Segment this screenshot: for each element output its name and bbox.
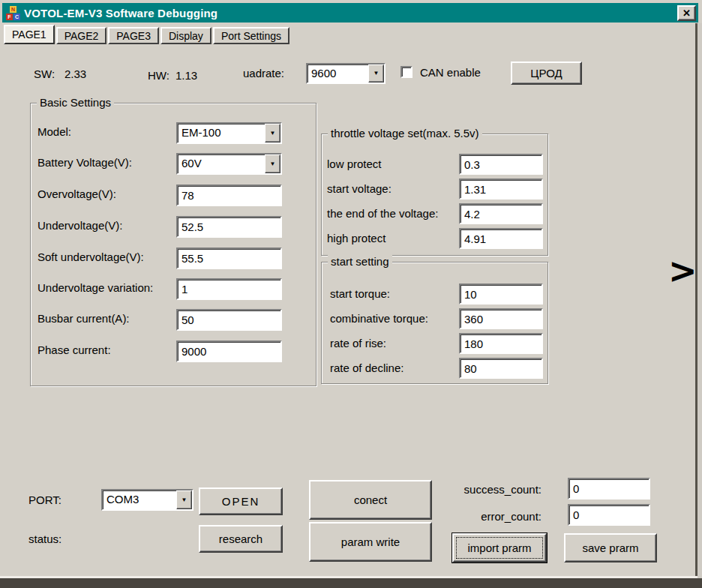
phase-current-label: Phase current: bbox=[38, 344, 111, 356]
end-of-voltage-label: the end of the voltage: bbox=[327, 207, 438, 220]
error-count-label: error_count: bbox=[448, 510, 542, 523]
rate-of-decline-label: rate of decline: bbox=[330, 362, 404, 374]
model-selected-value: EM-100 bbox=[178, 124, 265, 142]
throttle-voltage-title: throttle voltage set(max. 5.5v) bbox=[328, 127, 482, 140]
high-protect-label: high protect bbox=[327, 232, 386, 244]
research-button[interactable]: research bbox=[199, 525, 283, 553]
app-window: N F C VOTOL-EM-V3 Software Debugging ✕ P… bbox=[0, 0, 702, 588]
battery-voltage-select[interactable]: 60V ▼ bbox=[176, 153, 282, 175]
overvoltage-label: Overvoltage(V): bbox=[38, 188, 116, 200]
hw-label: HW: bbox=[148, 69, 170, 82]
param-write-button[interactable]: param write bbox=[309, 522, 432, 562]
port-label: PORT: bbox=[28, 494, 62, 506]
param-write-button-label: param write bbox=[341, 536, 400, 548]
tab-page1[interactable]: PAGE1 bbox=[4, 25, 55, 44]
port-dropdown-button[interactable]: ▼ bbox=[176, 490, 192, 509]
baudrate-label: uadrate: bbox=[243, 67, 284, 80]
battery-voltage-selected-value: 60V bbox=[178, 154, 265, 173]
tab-page2[interactable]: PAGE2 bbox=[56, 27, 107, 44]
app-icon-block-n: N bbox=[10, 6, 16, 13]
rate-of-rise-input[interactable] bbox=[459, 333, 543, 354]
soft-undervoltage-input[interactable] bbox=[176, 248, 282, 269]
combinative-torque-label: combinative torque: bbox=[330, 312, 428, 325]
save-param-button[interactable]: save prarm bbox=[564, 533, 657, 562]
app-icon-block-c: C bbox=[14, 14, 20, 20]
baudrate-select[interactable]: 9600 ▼ bbox=[306, 63, 386, 84]
undervoltage-variation-input[interactable] bbox=[176, 278, 282, 300]
connect-button-label: conect bbox=[354, 494, 387, 506]
error-count-input[interactable] bbox=[568, 504, 650, 526]
tab-port-settings[interactable]: Port Settings bbox=[213, 27, 290, 44]
app-icon: N F C bbox=[6, 6, 20, 20]
close-icon: ✕ bbox=[682, 8, 691, 19]
window-bottom-border bbox=[0, 578, 702, 588]
phase-current-input[interactable] bbox=[176, 340, 282, 362]
port-select[interactable]: COM3 ▼ bbox=[101, 489, 194, 511]
overvoltage-input[interactable] bbox=[176, 184, 282, 206]
combinative-torque-input[interactable] bbox=[459, 308, 543, 329]
open-button[interactable]: OPEN bbox=[199, 488, 283, 515]
baudrate-selected-value: 9600 bbox=[308, 64, 368, 82]
sw-value: 2.33 bbox=[64, 68, 86, 80]
expand-panel-button[interactable]: > bbox=[668, 254, 698, 288]
start-voltage-input[interactable] bbox=[459, 178, 543, 200]
low-protect-label: low protect bbox=[327, 158, 382, 170]
start-setting-title: start setting bbox=[328, 255, 392, 268]
crod-button[interactable]: ЦРОД bbox=[511, 62, 582, 85]
basic-settings-title: Basic Settings bbox=[37, 96, 114, 109]
save-param-button-label: save prarm bbox=[582, 542, 638, 554]
undervoltage-variation-label: Undervoltage variation: bbox=[38, 281, 153, 294]
titlebar: N F C VOTOL-EM-V3 Software Debugging ✕ bbox=[2, 3, 698, 22]
rate-of-decline-input[interactable] bbox=[459, 358, 543, 379]
port-selected-value: COM3 bbox=[103, 490, 176, 509]
battery-voltage-dropdown-button[interactable]: ▼ bbox=[265, 154, 280, 173]
window-right-margin bbox=[698, 23, 702, 578]
success-count-label: success_count: bbox=[448, 483, 542, 496]
success-count-input[interactable] bbox=[568, 478, 650, 500]
high-protect-input[interactable] bbox=[459, 228, 543, 249]
baudrate-dropdown-button[interactable]: ▼ bbox=[368, 64, 384, 82]
chevron-down-icon: ▼ bbox=[374, 70, 380, 76]
window-title: VOTOL-EM-V3 Software Debugging bbox=[24, 7, 218, 20]
start-voltage-label: start voltage: bbox=[327, 182, 392, 195]
hw-value: 1.13 bbox=[176, 69, 197, 82]
connect-button[interactable]: conect bbox=[309, 480, 432, 520]
app-icon-block-f: F bbox=[6, 14, 13, 20]
model-dropdown-button[interactable]: ▼ bbox=[265, 124, 280, 142]
busbar-current-input[interactable] bbox=[176, 309, 282, 331]
chevron-down-icon: ▼ bbox=[182, 497, 188, 503]
busbar-current-label: Busbar current(A): bbox=[38, 312, 130, 325]
sw-label: SW: bbox=[34, 68, 55, 80]
end-of-voltage-input[interactable] bbox=[459, 203, 543, 224]
can-enable-label: CAN enable bbox=[420, 66, 481, 79]
tab-display[interactable]: Display bbox=[160, 27, 212, 44]
can-enable-checkbox[interactable] bbox=[400, 66, 412, 78]
start-torque-label: start torque: bbox=[330, 287, 390, 300]
import-param-button[interactable]: import prarm bbox=[452, 533, 547, 562]
close-button[interactable]: ✕ bbox=[677, 5, 696, 21]
chevron-down-icon: ▼ bbox=[270, 161, 276, 167]
rate-of-rise-label: rate of rise: bbox=[330, 337, 386, 350]
model-label: Model: bbox=[38, 125, 71, 138]
undervoltage-label: Undervoltage(V): bbox=[38, 219, 122, 232]
low-protect-input[interactable] bbox=[459, 154, 543, 175]
research-button-label: research bbox=[219, 532, 262, 545]
tab-page3[interactable]: PAGE3 bbox=[108, 27, 159, 44]
status-label: status: bbox=[28, 532, 62, 545]
undervoltage-input[interactable] bbox=[176, 216, 282, 238]
tab-bar: PAGE1 PAGE2 PAGE3 Display Port Settings bbox=[4, 25, 291, 44]
chevron-down-icon: ▼ bbox=[270, 130, 276, 136]
crod-button-label: ЦРОД bbox=[530, 67, 562, 80]
model-select[interactable]: EM-100 ▼ bbox=[176, 122, 282, 144]
import-param-button-label: import prarm bbox=[467, 542, 531, 554]
soft-undervoltage-label: Soft undervoltage(V): bbox=[38, 250, 144, 263]
open-button-label: OPEN bbox=[222, 495, 260, 508]
start-torque-input[interactable] bbox=[459, 284, 543, 304]
battery-voltage-label: Battery Voltage(V): bbox=[38, 156, 132, 169]
